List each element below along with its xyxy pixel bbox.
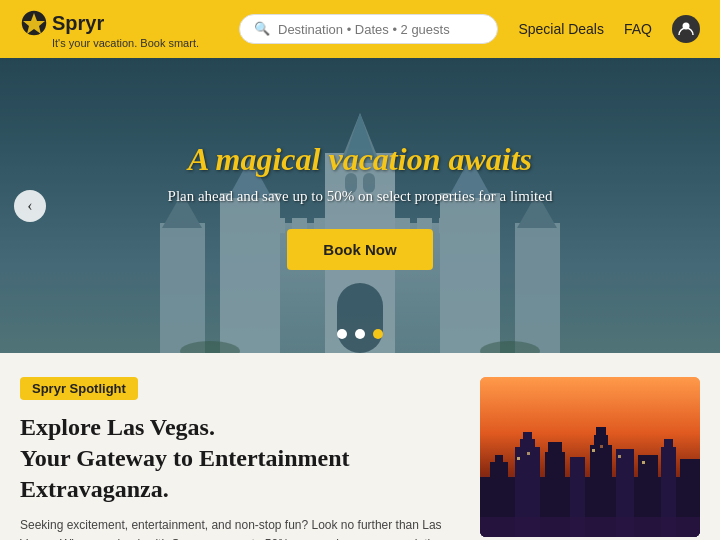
svg-rect-29 <box>495 455 503 465</box>
hero-section: A magical vacation awaits Plan ahead and… <box>0 58 720 353</box>
prev-slide-button[interactable]: ‹ <box>14 190 46 222</box>
spotlight-badge: Spryr Spotlight <box>20 377 138 400</box>
hero-dot-2[interactable] <box>355 329 365 339</box>
logo-area: Spryr It's your vacation. Book smart. <box>20 9 199 49</box>
spotlight-body: Seeking excitement, entertainment, and n… <box>20 516 460 540</box>
search-icon: 🔍 <box>254 21 270 37</box>
logo-name[interactable]: Spryr <box>20 9 199 37</box>
logo-tagline: It's your vacation. Book smart. <box>52 37 199 49</box>
las-vegas-photo <box>480 377 700 537</box>
book-now-button[interactable]: Book Now <box>287 229 432 270</box>
spotlight-section: Spryr Spotlight Explore Las Vegas. Your … <box>20 377 480 540</box>
hero-dot-1[interactable] <box>337 329 347 339</box>
svg-rect-42 <box>664 439 673 451</box>
spotlight-image <box>480 377 700 537</box>
svg-rect-34 <box>548 442 562 456</box>
svg-rect-49 <box>642 461 645 464</box>
hero-dot-3[interactable] <box>373 329 383 339</box>
search-bar[interactable]: 🔍 <box>239 14 498 44</box>
svg-rect-44 <box>517 457 520 460</box>
svg-rect-48 <box>618 455 621 458</box>
user-icon[interactable] <box>672 15 700 43</box>
hero-title: A magical vacation awaits <box>188 141 532 178</box>
svg-rect-46 <box>592 449 595 452</box>
spryr-logo-icon <box>20 9 48 37</box>
search-input[interactable] <box>278 22 483 37</box>
vegas-skyline-svg <box>480 377 700 537</box>
nav-links: Special Deals FAQ <box>518 15 700 43</box>
hero-content: A magical vacation awaits Plan ahead and… <box>0 58 720 353</box>
below-fold-section: Spryr Spotlight Explore Las Vegas. Your … <box>0 353 720 540</box>
hero-subtitle: Plan ahead and save up to 50% on select … <box>168 188 553 205</box>
svg-rect-47 <box>600 445 603 448</box>
special-deals-link[interactable]: Special Deals <box>518 21 604 37</box>
svg-rect-32 <box>523 432 532 442</box>
svg-rect-45 <box>527 452 530 455</box>
svg-rect-50 <box>480 517 700 537</box>
faq-link[interactable]: FAQ <box>624 21 652 37</box>
hero-dots <box>337 329 383 339</box>
spotlight-title: Explore Las Vegas. Your Gateway to Enter… <box>20 412 460 506</box>
header: Spryr It's your vacation. Book smart. 🔍 … <box>0 0 720 58</box>
svg-rect-38 <box>596 427 606 439</box>
